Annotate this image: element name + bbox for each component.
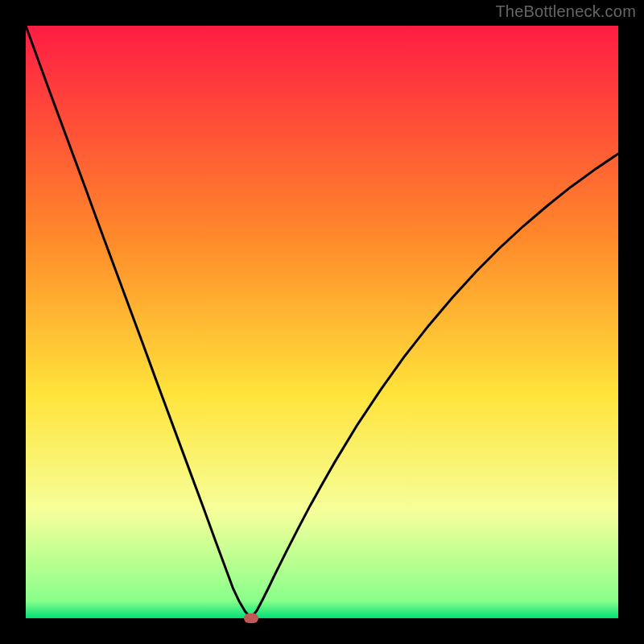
curve-layer — [26, 26, 618, 618]
watermark-text: TheBottleneck.com — [495, 2, 636, 21]
chart-frame: TheBottleneck.com — [0, 0, 644, 644]
bottleneck-curve — [26, 26, 618, 618]
optimum-marker — [244, 613, 258, 623]
plot-area — [26, 26, 618, 618]
